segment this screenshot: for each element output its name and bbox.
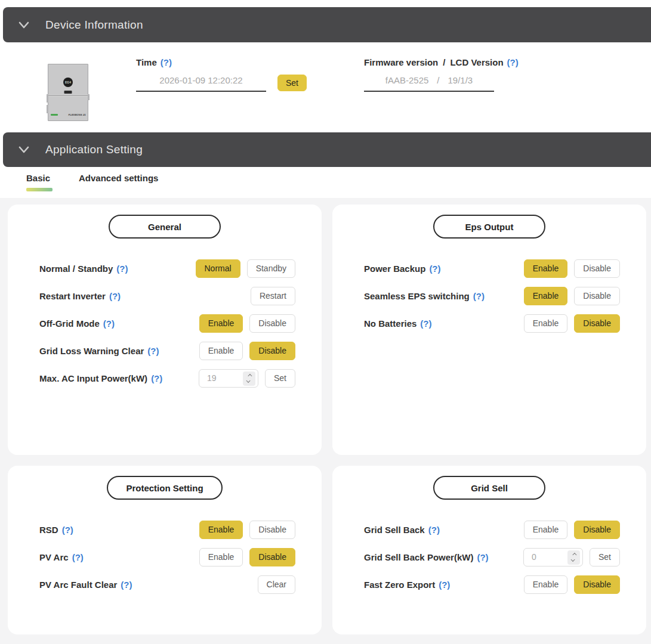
tab-advanced-settings[interactable]: Advanced settings <box>79 173 158 191</box>
device-seam <box>48 95 88 97</box>
tab-basic[interactable]: Basic <box>26 173 50 191</box>
help-link[interactable]: (?) <box>439 580 450 590</box>
disable-button[interactable]: Disable <box>574 259 620 278</box>
enable-button[interactable]: Enable <box>199 314 243 333</box>
help-link[interactable]: (?) <box>428 525 440 535</box>
enable-button[interactable]: Enable <box>524 287 568 305</box>
help-link[interactable]: (?) <box>473 291 485 301</box>
standby-button[interactable]: Standby <box>247 259 295 278</box>
disable-button[interactable]: Disable <box>249 314 295 333</box>
help-link[interactable]: (?) <box>429 264 440 274</box>
setting-label: PV Arc Fault Clear <box>39 580 117 590</box>
tabs: BasicAdvanced settings <box>0 167 651 198</box>
spinner-value: 19 <box>199 373 217 383</box>
setting-label: Seamless EPS switching <box>364 291 470 301</box>
setting-row-restart-inverter: Restart Inverter(?)Restart <box>8 282 322 309</box>
card-title-pill: Grid Sell <box>433 476 545 500</box>
chevron-down-icon <box>17 18 30 32</box>
normal-button[interactable]: Normal <box>196 259 240 278</box>
firmware-field-block: Firmware version / LCD Version (?) fAAB-… <box>364 57 519 92</box>
firmware-help-link[interactable]: (?) <box>507 57 519 67</box>
chevron-down-icon <box>17 143 30 156</box>
setting-row-pv-arc: PV Arc(?)EnableDisable <box>8 543 322 571</box>
help-link[interactable]: (?) <box>109 291 121 301</box>
help-link[interactable]: (?) <box>116 264 128 274</box>
setting-label: Restart Inverter <box>39 291 106 301</box>
enable-button[interactable]: Enable <box>524 575 568 594</box>
device-model-label: FLEXBOSS 21 <box>69 114 86 116</box>
setting-row-grid-sell-back: Grid Sell Back(?)EnableDisable <box>332 516 646 543</box>
help-link[interactable]: (?) <box>121 580 132 590</box>
setting-label: RSD <box>39 525 58 535</box>
setting-row-fast-zero-export: Fast Zero Export(?)EnableDisable <box>332 571 646 598</box>
enable-button[interactable]: Enable <box>524 521 568 539</box>
help-link[interactable]: (?) <box>103 318 115 329</box>
card-general: GeneralNormal / Standby(?)NormalStandbyR… <box>8 205 322 455</box>
setting-label: Max. AC Input Power(kW) <box>39 373 147 383</box>
disable-button[interactable]: Disable <box>574 521 620 539</box>
section-title: Device Information <box>45 18 143 32</box>
card-eps-output: Eps OutputPower Backup(?)EnableDisableSe… <box>332 205 646 455</box>
spinner-stepper[interactable] <box>567 550 580 565</box>
section-header-application-setting[interactable]: Application Setting <box>3 132 651 167</box>
spinner-up-icon[interactable] <box>248 374 252 378</box>
section-header-device-information[interactable]: Device Information <box>3 7 651 42</box>
card-grid-sell: Grid SellGrid Sell Back(?)EnableDisableG… <box>332 466 646 634</box>
help-link[interactable]: (?) <box>62 525 73 535</box>
setting-label: Power Backup <box>364 264 425 274</box>
disable-button[interactable]: Disable <box>574 314 620 333</box>
card-title-pill: Protection Setting <box>107 476 222 500</box>
firmware-value-separator: / <box>437 75 439 85</box>
help-link[interactable]: (?) <box>151 373 162 383</box>
firmware-version-label: Firmware version <box>364 57 438 67</box>
time-value: 2026-01-09 12:20:22 <box>159 75 242 85</box>
disable-button[interactable]: Disable <box>249 548 295 566</box>
setting-row-normal-standby: Normal / Standby(?)NormalStandby <box>8 255 322 282</box>
setting-row-grid-sell-back-power-kw: Grid Sell Back Power(kW)(?)0Set <box>332 543 646 571</box>
lcd-version-label: LCD Version <box>450 57 503 67</box>
card-title-pill: General <box>109 215 221 239</box>
enable-button[interactable]: Enable <box>524 259 568 278</box>
device-information-panel: EG4 FLEXBOSS 21 Time (?) 2026-01-09 12:2… <box>0 42 651 132</box>
spinner-value: 0 <box>524 552 536 562</box>
number-spinner[interactable]: 19 <box>199 369 258 388</box>
enable-button[interactable]: Enable <box>199 521 243 539</box>
help-link[interactable]: (?) <box>477 552 488 562</box>
spinner-stepper[interactable] <box>243 371 255 386</box>
enable-button[interactable]: Enable <box>199 342 243 360</box>
help-link[interactable]: (?) <box>420 318 431 329</box>
card-title-pill: Eps Output <box>433 215 545 239</box>
enable-button[interactable]: Enable <box>199 548 243 566</box>
disable-button[interactable]: Disable <box>574 287 620 305</box>
application-setting-panel: GeneralNormal / Standby(?)NormalStandbyR… <box>0 198 651 644</box>
setting-row-max-ac-input-power-kw: Max. AC Input Power(kW)(?)19Set <box>8 364 322 392</box>
spinner-down-icon[interactable] <box>246 379 251 383</box>
setting-row-off-grid-mode: Off-Grid Mode(?)EnableDisable <box>8 309 322 337</box>
set-button[interactable]: Set <box>265 369 295 388</box>
disable-button[interactable]: Disable <box>249 342 295 360</box>
enable-button[interactable]: Enable <box>524 314 568 333</box>
device-display <box>64 91 72 94</box>
card-protection-setting: Protection SettingRSD(?)EnableDisablePV … <box>8 466 322 634</box>
number-spinner[interactable]: 0 <box>523 548 583 566</box>
help-link[interactable]: (?) <box>147 346 159 356</box>
restart-button[interactable]: Restart <box>251 287 295 305</box>
setting-label: Grid Sell Back <box>364 525 425 535</box>
set-button[interactable]: Set <box>590 548 620 566</box>
setting-label: Grid Loss Warning Clear <box>39 346 144 356</box>
time-set-button[interactable]: Set <box>277 75 307 91</box>
clear-button[interactable]: Clear <box>258 575 295 594</box>
spinner-up-icon[interactable] <box>572 553 576 557</box>
setting-row-power-backup: Power Backup(?)EnableDisable <box>332 255 646 282</box>
setting-row-grid-loss-warning-clear: Grid Loss Warning Clear(?)EnableDisable <box>8 337 322 364</box>
inverter-device-image: EG4 FLEXBOSS 21 <box>48 64 88 121</box>
time-label: Time <box>136 57 157 67</box>
time-input[interactable]: 2026-01-09 12:20:22 <box>136 73 266 92</box>
setting-label: Fast Zero Export <box>364 580 435 590</box>
setting-label: No Batteries <box>364 318 416 329</box>
help-link[interactable]: (?) <box>72 552 84 562</box>
disable-button[interactable]: Disable <box>249 521 295 539</box>
disable-button[interactable]: Disable <box>574 575 620 594</box>
spinner-down-icon[interactable] <box>571 558 575 562</box>
time-help-link[interactable]: (?) <box>161 57 172 67</box>
